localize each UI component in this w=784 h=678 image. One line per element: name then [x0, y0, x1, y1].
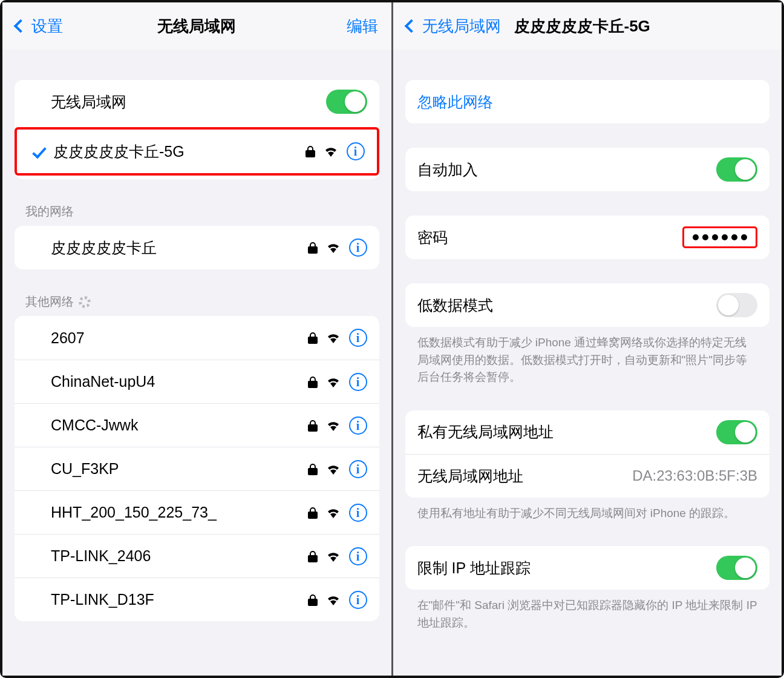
- back-button[interactable]: 设置: [16, 16, 88, 37]
- private-address-switch[interactable]: [716, 420, 757, 444]
- network-name: HHT_200_150_225_73_: [51, 504, 308, 521]
- network-name: CU_F3KP: [51, 460, 308, 478]
- network-row[interactable]: CMCC-Jwwki: [15, 403, 379, 447]
- info-icon[interactable]: i: [349, 460, 367, 478]
- wifi-list-screen: 设置 无线局域网 编辑 无线局域网 皮皮皮皮皮卡丘-5: [2, 2, 393, 676]
- lock-icon: [308, 332, 318, 344]
- network-name: 皮皮皮皮皮卡丘: [51, 238, 308, 258]
- wifi-icon: [326, 242, 341, 253]
- auto-join-switch[interactable]: [716, 157, 757, 182]
- mac-label: 无线局域网地址: [417, 466, 633, 486]
- auto-join-label: 自动加入: [417, 160, 717, 180]
- network-row[interactable]: HHT_200_150_225_73_i: [15, 490, 379, 534]
- forget-label: 忽略此网络: [417, 92, 758, 112]
- lock-icon: [308, 242, 318, 254]
- low-data-label: 低数据模式: [417, 295, 717, 315]
- network-row[interactable]: TP-LINK_D13Fi: [15, 578, 379, 621]
- network-name: TP-LINK_D13F: [51, 591, 308, 608]
- lock-icon: [308, 463, 318, 475]
- lock-icon: [308, 594, 318, 606]
- wifi-icon: [326, 594, 341, 605]
- connected-network-row[interactable]: 皮皮皮皮皮卡丘-5G i: [17, 130, 377, 173]
- wifi-toggle-label: 无线局域网: [51, 92, 326, 112]
- info-icon[interactable]: i: [349, 239, 367, 257]
- wifi-icon: [326, 377, 341, 387]
- low-data-group: 低数据模式: [405, 283, 770, 327]
- mac-value: DA:23:63:0B:5F:3B: [632, 467, 757, 484]
- password-row[interactable]: 密码: [405, 216, 770, 259]
- edit-button[interactable]: 编辑: [305, 16, 378, 37]
- my-networks-header: 我的网络: [15, 203, 379, 226]
- wifi-icon: [326, 332, 341, 343]
- password-masked-value: [689, 232, 751, 243]
- back-label: 设置: [31, 16, 63, 37]
- private-address-group: 私有无线局域网地址 无线局域网地址 DA:23:63:0B:5F:3B: [405, 410, 770, 498]
- wifi-toggle-switch[interactable]: [326, 90, 367, 114]
- lock-icon: [308, 420, 318, 432]
- lock-icon: [308, 550, 318, 562]
- low-data-switch[interactable]: [716, 293, 757, 317]
- forget-group: 忽略此网络: [405, 80, 770, 123]
- chevron-back-icon: [404, 19, 418, 33]
- page-title: 无线局域网: [157, 16, 236, 37]
- checkmark-icon: [32, 144, 47, 159]
- spinner-icon: [79, 296, 91, 308]
- info-icon[interactable]: i: [349, 591, 367, 609]
- network-row[interactable]: CU_F3KPi: [15, 447, 379, 490]
- password-value-highlight: [682, 226, 757, 248]
- page-title: 皮皮皮皮皮卡丘-5G: [509, 16, 757, 37]
- network-name: TP-LINK_2406: [51, 547, 308, 565]
- wifi-icon: [326, 551, 341, 562]
- limit-ip-row[interactable]: 限制 IP 地址跟踪: [405, 546, 770, 590]
- network-row[interactable]: TP-LINK_2406i: [15, 534, 379, 578]
- chevron-back-icon: [14, 19, 28, 33]
- limit-ip-label: 限制 IP 地址跟踪: [417, 558, 717, 578]
- wifi-toggle-group: 无线局域网 皮皮皮皮皮卡丘-5G: [15, 80, 379, 179]
- lock-icon: [308, 376, 318, 388]
- other-networks-group: 2607iChinaNet-upU4iCMCC-JwwkiCU_F3KPiHHT…: [15, 316, 379, 621]
- wifi-icon: [326, 420, 341, 431]
- my-networks-group: 皮皮皮皮皮卡丘 i: [15, 226, 379, 269]
- limit-ip-switch[interactable]: [716, 556, 757, 580]
- network-row[interactable]: 皮皮皮皮皮卡丘 i: [15, 226, 379, 269]
- info-icon[interactable]: i: [349, 373, 367, 391]
- private-address-row[interactable]: 私有无线局域网地址: [405, 410, 770, 454]
- wifi-icon: [326, 507, 341, 518]
- info-icon[interactable]: i: [347, 142, 365, 160]
- connected-network-highlight: 皮皮皮皮皮卡丘-5G i: [15, 127, 379, 176]
- wifi-master-row[interactable]: 无线局域网: [15, 80, 379, 123]
- auto-join-group: 自动加入: [405, 148, 770, 191]
- wifi-icon: [324, 146, 338, 157]
- auto-join-row[interactable]: 自动加入: [405, 148, 770, 191]
- navbar-left: 设置 无线局域网 编辑: [2, 2, 391, 50]
- info-icon[interactable]: i: [349, 504, 367, 522]
- navbar-right: 无线局域网 皮皮皮皮皮卡丘-5G: [393, 2, 782, 50]
- low-data-footer: 低数据模式有助于减少 iPhone 通过蜂窝网络或你选择的特定无线局域网使用的数…: [405, 327, 770, 386]
- password-label: 密码: [417, 228, 683, 248]
- lock-icon: [308, 507, 318, 519]
- lock-icon: [305, 145, 315, 157]
- back-button[interactable]: 无线局域网: [407, 16, 509, 37]
- forget-network-button[interactable]: 忽略此网络: [405, 80, 770, 123]
- info-icon[interactable]: i: [349, 329, 367, 347]
- edit-label: 编辑: [347, 16, 378, 37]
- info-icon[interactable]: i: [349, 547, 367, 565]
- limit-ip-group: 限制 IP 地址跟踪: [405, 546, 770, 590]
- connected-network-name: 皮皮皮皮皮卡丘-5G: [53, 142, 305, 162]
- low-data-row[interactable]: 低数据模式: [405, 283, 770, 327]
- network-name: ChinaNet-upU4: [51, 373, 308, 390]
- back-label: 无线局域网: [422, 16, 501, 37]
- private-address-footer: 使用私有地址有助于减少不同无线局域网间对 iPhone 的跟踪。: [405, 498, 770, 522]
- network-row[interactable]: ChinaNet-upU4i: [15, 360, 379, 403]
- info-icon[interactable]: i: [349, 416, 367, 435]
- network-name: CMCC-Jwwk: [51, 416, 308, 434]
- network-row[interactable]: 2607i: [15, 316, 379, 360]
- private-address-label: 私有无线局域网地址: [417, 422, 717, 442]
- mac-address-row[interactable]: 无线局域网地址 DA:23:63:0B:5F:3B: [405, 454, 770, 498]
- limit-ip-footer: 在"邮件"和 Safari 浏览器中对已知跟踪器隐藏你的 IP 地址来限制 IP…: [405, 590, 770, 631]
- wifi-detail-screen: 无线局域网 皮皮皮皮皮卡丘-5G 忽略此网络 自动加入 密码: [393, 2, 782, 676]
- other-networks-header: 其他网络: [15, 294, 379, 316]
- network-name: 2607: [51, 329, 308, 347]
- wifi-icon: [326, 464, 341, 475]
- password-group: 密码: [405, 216, 770, 259]
